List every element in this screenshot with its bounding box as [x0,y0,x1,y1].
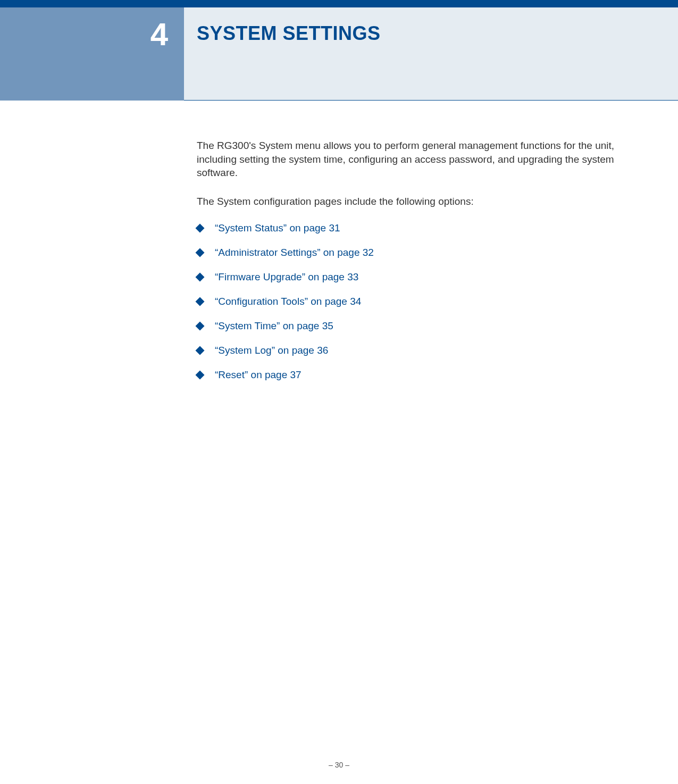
intro-paragraph: The RG300's System menu allows you to pe… [197,139,630,180]
list-item: “Reset” on page 37 [197,369,630,381]
link-system-status[interactable]: “System Status” on page 31 [215,222,340,234]
diamond-bullet-icon [196,248,205,257]
top-bar [0,0,678,7]
diamond-bullet-icon [196,321,205,330]
link-list: “System Status” on page 31 “Administrato… [197,222,630,381]
link-system-log[interactable]: “System Log” on page 36 [215,345,328,356]
link-firmware-upgrade[interactable]: “Firmware Upgrade” on page 33 [215,271,358,283]
chapter-title: SYSTEM SETTINGS [197,22,381,45]
diamond-bullet-icon [196,297,205,306]
diamond-bullet-icon [196,223,205,232]
list-item: “System Status” on page 31 [197,222,630,234]
options-intro: The System configuration pages include t… [197,195,630,208]
list-item: “Administrator Settings” on page 32 [197,247,630,258]
link-reset[interactable]: “Reset” on page 37 [215,369,302,381]
chapter-title-box: SYSTEM SETTINGS [184,7,678,101]
diamond-bullet-icon [196,346,205,355]
chapter-number: 4 [150,16,168,53]
link-administrator-settings[interactable]: “Administrator Settings” on page 32 [215,247,374,258]
link-system-time[interactable]: “System Time” on page 35 [215,320,333,332]
list-item: “System Time” on page 35 [197,320,630,332]
page-number: – 30 – [329,761,349,769]
page-footer: – 30 – [0,761,678,769]
diamond-bullet-icon [196,272,205,281]
list-item: “System Log” on page 36 [197,345,630,356]
content-body: The RG300's System menu allows you to pe… [0,101,678,381]
link-configuration-tools[interactable]: “Configuration Tools” on page 34 [215,296,361,307]
chapter-header: 4 SYSTEM SETTINGS [0,7,678,101]
list-item: “Configuration Tools” on page 34 [197,296,630,307]
list-item: “Firmware Upgrade” on page 33 [197,271,630,283]
chapter-number-box: 4 [0,7,184,101]
diamond-bullet-icon [196,370,205,379]
